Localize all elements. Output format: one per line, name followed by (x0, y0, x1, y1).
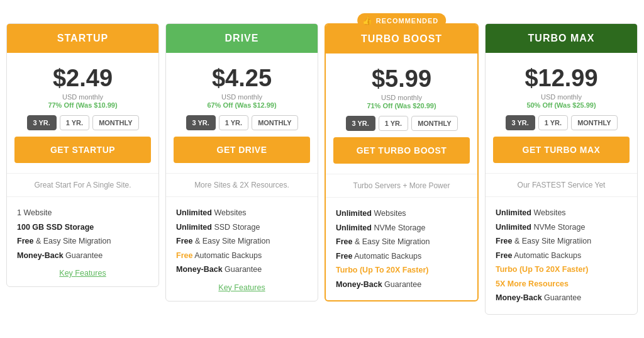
period-btn-2[interactable]: MONTHLY (411, 116, 457, 131)
plan-header: STARTUP (7, 24, 158, 53)
feature-item: 1 Website (17, 206, 148, 220)
pricing-table: STARTUP $2.49 USD monthly 77% Off (Was $… (6, 23, 638, 314)
plan-body: $5.99 USD monthly 71% Off (Was $20.99) 3… (326, 54, 477, 174)
feature-item: Free & Easy Site Migration (336, 235, 467, 249)
plan-tagline: Great Start For A Single Site. (7, 173, 158, 197)
plan-discount: 77% Off (Was $10.99) (14, 101, 151, 109)
plan-tagline: Turbo Servers + More Power (326, 174, 477, 198)
feature-item: 5X More Resources (496, 277, 627, 291)
period-btn-1[interactable]: 1 YR. (379, 116, 408, 131)
plan-features: Unlimited WebsitesUnlimited SSD StorageF… (166, 197, 318, 301)
plan-card-turbo-max: TURBO MAX $12.99 USD monthly 50% Off (Wa… (485, 23, 638, 314)
plan-body: $12.99 USD monthly 50% Off (Was $25.99) … (486, 53, 637, 173)
feature-item: Unlimited Websites (496, 206, 627, 220)
feature-item: Free & Easy Site Migratiion (496, 234, 627, 249)
feature-item: Free Automatic Backups (336, 249, 467, 264)
feature-item: Money-Back Guarantee (336, 278, 467, 292)
period-btn-0[interactable]: 3 YR. (27, 115, 57, 130)
plan-tagline: More Sites & 2X Resources. (166, 173, 318, 197)
period-btn-1[interactable]: 1 YR. (219, 115, 248, 130)
key-features-link[interactable]: Key Features (17, 269, 148, 278)
period-btn-1[interactable]: 1 YR. (60, 115, 89, 130)
period-btn-2[interactable]: MONTHLY (92, 115, 138, 130)
plan-price: $5.99 (333, 66, 470, 93)
period-buttons: 3 YR.1 YR.MONTHLY (174, 115, 310, 130)
period-buttons: 3 YR.1 YR.MONTHLY (493, 115, 630, 130)
period-btn-2[interactable]: MONTHLY (571, 115, 617, 130)
plan-price: $4.25 (174, 65, 310, 92)
plan-price-sub: USD monthly (333, 94, 470, 101)
recommended-text: RECOMMENDED (376, 17, 439, 25)
feature-item: Free Automatic Backups (496, 249, 627, 263)
feature-item: Unlimited Websites (176, 206, 308, 220)
plan-features: Unlimited WebsitesUnlimited NVMe Storage… (326, 198, 477, 300)
plan-body: $2.49 USD monthly 77% Off (Was $10.99) 3… (7, 53, 158, 173)
plan-name: STARTUP (13, 33, 152, 44)
feature-item: Turbo (Up To 20X Faster) (496, 262, 627, 277)
feature-item: Turbo (Up To 20X Faster) (336, 263, 467, 278)
cta-button-turbo-max[interactable]: GET TURBO MAX (493, 137, 630, 163)
plan-features: 1 Website100 GB SSD StorageFree & Easy S… (7, 197, 158, 286)
plan-header: TURBO BOOST (326, 25, 477, 54)
plan-name: DRIVE (172, 33, 311, 44)
plan-discount: 50% Off (Was $25.99) (493, 101, 630, 109)
plan-features: Unlimited WebsitesUnlimited NVMe Storage… (486, 197, 637, 314)
recommended-badge: 👍 RECOMMENDED (357, 13, 447, 28)
plan-header: TURBO MAX (486, 24, 637, 53)
feature-item: Money-Back Guarantee (17, 249, 148, 263)
period-buttons: 3 YR.1 YR.MONTHLY (333, 116, 470, 131)
feature-item: Unlimited Websites (336, 206, 467, 221)
cta-button-startup[interactable]: GET STARTUP (14, 137, 151, 163)
cta-button-drive[interactable]: GET DRIVE (174, 137, 310, 163)
feature-item: Money-Back Guarantee (496, 291, 627, 305)
period-btn-0[interactable]: 3 YR. (186, 115, 216, 130)
plan-name: TURBO BOOST (332, 33, 471, 45)
plan-tagline: Our FASTEST Service Yet (486, 173, 637, 197)
plan-card-drive: DRIVE $4.25 USD monthly 67% Off (Was $12… (165, 23, 318, 301)
plan-body: $4.25 USD monthly 67% Off (Was $12.99) 3… (166, 53, 318, 173)
period-btn-0[interactable]: 3 YR. (346, 116, 375, 131)
plan-header: DRIVE (166, 24, 318, 53)
plan-card-startup: STARTUP $2.49 USD monthly 77% Off (Was $… (6, 23, 159, 287)
plan-discount: 67% Off (Was $12.99) (174, 101, 310, 109)
feature-item: Unlimited NVMe Storage (336, 221, 467, 235)
feature-item: Free & Easy Site Migration (176, 234, 308, 249)
feature-item: Free Automatic Backups (176, 249, 308, 263)
plan-price: $12.99 (493, 65, 630, 92)
key-features-link[interactable]: Key Features (176, 283, 308, 292)
feature-item: 100 GB SSD Storage (17, 220, 148, 235)
feature-item: Unlimited SSD Storage (176, 220, 308, 235)
feature-item: Money-Back Guarantee (176, 262, 308, 277)
plan-price-sub: USD monthly (174, 93, 310, 101)
plan-price-sub: USD monthly (493, 93, 630, 101)
thumb-icon: 👍 (362, 16, 373, 25)
cta-button-turbo-boost[interactable]: GET TURBO BOOST (333, 137, 470, 164)
period-btn-2[interactable]: MONTHLY (252, 115, 297, 130)
feature-item: Free & Easy Site Migration (17, 234, 148, 249)
period-buttons: 3 YR.1 YR.MONTHLY (14, 115, 151, 130)
plan-discount: 71% Off (Was $20.99) (333, 102, 470, 110)
plan-price-sub: USD monthly (14, 93, 151, 101)
feature-item: Unlimited NVMe Storage (496, 220, 627, 235)
plan-name: TURBO MAX (492, 33, 631, 44)
period-btn-0[interactable]: 3 YR. (506, 115, 535, 130)
plan-price: $2.49 (14, 65, 151, 92)
period-btn-1[interactable]: 1 YR. (538, 115, 568, 130)
plan-card-turbo-boost: 👍 RECOMMENDED TURBO BOOST $5.99 USD mont… (325, 23, 479, 301)
